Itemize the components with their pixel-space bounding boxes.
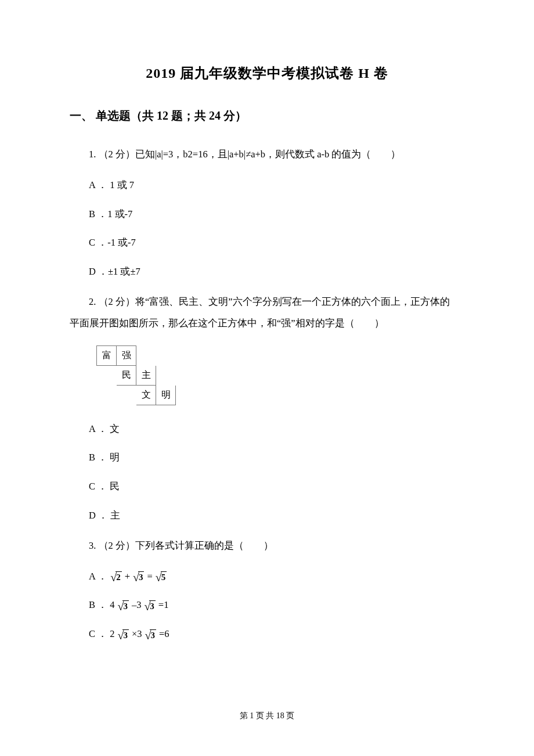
q2-stem-line1: 2. （2 分）将“富强、民主、文明”六个字分别写在一个正方体的六个面上，正方体… xyxy=(70,292,464,311)
section-heading: 一、 单选题（共 12 题；共 24 分） xyxy=(70,108,464,124)
q3-option-c: C ． 2 √3 ×3 √3 =6 xyxy=(70,625,464,643)
minus-sign: –3 xyxy=(132,596,142,614)
equals-result: =1 xyxy=(158,596,169,614)
net-cell: 强 xyxy=(117,345,136,365)
net-cell: 主 xyxy=(136,365,156,385)
q1-option-a: A ． 1 或 7 xyxy=(70,177,464,194)
equals-sign: = xyxy=(147,568,152,585)
option-label: C ． xyxy=(89,625,107,643)
sqrt-icon: √3 xyxy=(117,629,128,641)
q1-option-b: B ．1 或‐7 xyxy=(70,206,464,223)
times-sign: ×3 xyxy=(132,625,142,643)
net-cell: 富 xyxy=(97,345,117,365)
cube-net-figure: 富 强 民 主 文 明 xyxy=(96,345,464,405)
q2-stem-line2: 平面展开图如图所示，那么在这个正方体中，和“强”相对的字是（ ） xyxy=(70,314,464,333)
option-label: B ． xyxy=(89,596,107,614)
page-footer: 第 1 页 共 18 页 xyxy=(0,711,534,721)
q3-option-b: B ． 4 √3 –3 √3 =1 xyxy=(70,596,464,614)
net-cell: 明 xyxy=(156,385,176,405)
sqrt-icon: √3 xyxy=(144,600,155,612)
q2-option-c: C ． 民 xyxy=(70,478,464,495)
option-label: A ． xyxy=(89,568,107,585)
q2-option-a: A ． 文 xyxy=(70,420,464,438)
equals-result: =6 xyxy=(159,625,169,643)
sqrt-icon: √5 xyxy=(156,571,167,583)
q1-stem: 1. （2 分）已知|a|=3，b2=16，且|a+b|≠a+b，则代数式 a‐… xyxy=(70,145,464,164)
sqrt-icon: √2 xyxy=(110,571,121,583)
coef: 2 xyxy=(110,625,114,643)
sqrt-icon: √3 xyxy=(133,571,144,583)
sqrt-icon: √3 xyxy=(117,600,128,612)
sqrt-icon: √3 xyxy=(145,629,156,641)
net-cell: 文 xyxy=(136,385,156,405)
net-cell: 民 xyxy=(117,365,136,385)
page-title: 2019 届九年级数学中考模拟试卷 H 卷 xyxy=(70,64,464,82)
q1-option-d: D ．±1 或±7 xyxy=(70,263,464,280)
coef: 4 xyxy=(110,596,114,614)
plus-sign: + xyxy=(125,568,130,585)
q2-option-d: D ． 主 xyxy=(70,507,464,524)
q3-stem: 3. （2 分）下列各式计算正确的是（ ） xyxy=(70,536,464,555)
q3-option-a: A ． √2 + √3 = √5 xyxy=(70,568,464,585)
q2-option-b: B ． 明 xyxy=(70,449,464,466)
q1-option-c: C ．‐1 或‐7 xyxy=(70,234,464,251)
